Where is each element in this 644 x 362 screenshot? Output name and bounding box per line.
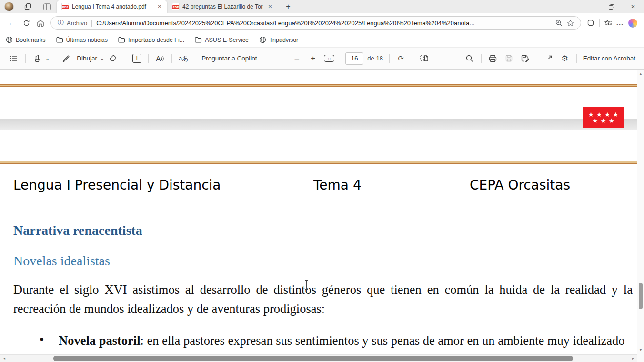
page-total-label: de 18 — [367, 55, 383, 62]
back-icon[interactable]: ← — [5, 16, 19, 30]
bookmark-label: Importado desde Fi... — [128, 37, 184, 43]
doc-paragraph: Durante el siglo XVI asistimos al desarr… — [13, 280, 633, 318]
add-text-icon[interactable]: T — [130, 51, 144, 66]
draw-dropdown-icon[interactable]: ⌄ — [100, 55, 104, 61]
page-view-icon[interactable] — [417, 51, 432, 66]
scrollbar-corner — [637, 354, 644, 362]
browser-tab[interactable]: PDF 42 preguntas El Lazarillo de Torm ✕ — [167, 0, 278, 13]
doc-bullet-item: • Novela pastoril: en ella pastores expr… — [13, 331, 634, 353]
toolbar-separator — [599, 19, 600, 27]
bookmark-folder[interactable]: ASUS E-Service — [195, 37, 249, 43]
bookmark-item[interactable]: Tripadvisor — [259, 36, 298, 43]
doc-header-center: Tema 4 — [313, 177, 362, 193]
more-menu-icon[interactable]: … — [614, 17, 625, 29]
ask-copilot-button[interactable]: Preguntar a Copilot — [200, 55, 259, 62]
page-gap — [0, 119, 637, 130]
bookmark-label: ASUS E-Service — [205, 37, 249, 43]
pdf-toolbar-right: ⚙ Editar con Acrobat — [463, 51, 637, 66]
pdf-file-icon: PDF — [172, 3, 180, 10]
tab-divider — [280, 3, 280, 10]
pdf-toolbar-left: ⌄ Dibujar ⌄ T A aあ Preguntar a Copilot — [7, 51, 259, 66]
bookmark-label: Últimas noticias — [66, 37, 108, 43]
highlighter-icon[interactable] — [30, 51, 44, 66]
scheme-label: Archivo — [67, 20, 87, 27]
save-icon[interactable] — [502, 51, 516, 66]
save-as-icon[interactable] — [518, 51, 533, 66]
page-rule-top — [0, 84, 637, 87]
pdf-toolbar-center: – + ↔ de 18 ⟳ — [290, 51, 432, 66]
tab-title: 42 preguntas El Lazarillo de Torm — [182, 3, 263, 10]
read-aloud-icon[interactable]: A — [153, 51, 167, 66]
doc-header-left: Lengua I Presencial y Distancia — [13, 177, 221, 193]
new-tab-button[interactable]: + — [282, 1, 294, 12]
url-separator — [91, 20, 92, 27]
address-right-actions: … — [585, 17, 639, 29]
pdf-content-area: Lengua I Presencial y Distancia Tema 4 C… — [0, 70, 644, 362]
rotate-icon[interactable]: ⟳ — [394, 51, 408, 66]
bookmark-label: Tripadvisor — [269, 37, 298, 43]
tab-actions-icon[interactable] — [41, 1, 53, 12]
scroll-left-icon[interactable]: ◂ — [1, 355, 8, 362]
bullet-marker: • — [40, 330, 44, 349]
bookmark-folder[interactable]: Últimas noticias — [56, 37, 108, 43]
flag-stars-row: ★ ★ ★ — [592, 118, 614, 124]
page-info-icon[interactable]: ⓘ — [58, 19, 64, 27]
pdf-file-icon: PDF — [61, 3, 69, 10]
close-tab-icon[interactable]: ✕ — [266, 3, 274, 10]
tab-bar: PDF Lengua I Tema 4 anotado.pdf ✕ PDF 42… — [0, 0, 644, 13]
address-toolbar: ← ⓘ Archivo C:/Users/Alumno/Documents/20… — [0, 13, 644, 32]
page-rule-header — [0, 161, 637, 164]
url-text[interactable]: C:/Users/Alumno/Documents/20242025%20CEP… — [96, 20, 553, 27]
edit-with-acrobat-button[interactable]: Editar con Acrobat — [581, 55, 637, 62]
translate-icon[interactable]: aあ — [176, 51, 191, 66]
highlighter-dropdown-icon[interactable]: ⌄ — [45, 55, 50, 61]
browser-tab[interactable]: PDF Lengua I Tema 4 anotado.pdf ✕ — [57, 0, 167, 13]
draw-pen-icon[interactable] — [59, 51, 73, 66]
tab-title: Lengua I Tema 4 anotado.pdf — [72, 3, 153, 10]
bookmarks-bar: Bookmarks Últimas noticias Importado des… — [0, 32, 644, 48]
favorites-bar-icon[interactable] — [603, 17, 614, 29]
vertical-scrollbar[interactable]: ▲ ▼ — [637, 70, 644, 362]
text-cursor-ibeam — [304, 280, 309, 290]
workspaces-icon[interactable] — [22, 1, 34, 12]
scroll-up-icon[interactable]: ▲ — [637, 70, 644, 77]
close-window-button[interactable]: ✕ — [622, 0, 644, 13]
zoom-out-icon[interactable]: – — [290, 51, 304, 66]
pdf-toolbar: ⌄ Dibujar ⌄ T A aあ Preguntar a Copilot – — [0, 48, 644, 70]
favorite-star-icon[interactable] — [564, 17, 576, 29]
doc-subheading: Novelas idealistas — [13, 253, 110, 269]
page-number-input[interactable] — [345, 52, 363, 65]
bullet-term: Novela pastoril — [59, 333, 141, 348]
zoom-in-icon[interactable]: + — [306, 51, 320, 66]
pdf-page: Lengua I Presencial y Distancia Tema 4 C… — [0, 70, 637, 353]
profile-avatar[interactable] — [4, 2, 14, 11]
bookmark-folder[interactable]: Importado desde Fi... — [118, 37, 184, 43]
fit-to-width-icon[interactable]: ↔ — [322, 51, 336, 66]
scroll-down-icon[interactable]: ▼ — [637, 347, 644, 353]
zoom-page-icon[interactable] — [553, 17, 564, 29]
horizontal-scroll-thumb[interactable] — [53, 356, 573, 361]
window-controls: – ✕ — [578, 0, 644, 13]
close-tab-icon[interactable]: ✕ — [156, 3, 163, 10]
extension-icon[interactable] — [585, 17, 596, 29]
restore-button[interactable] — [600, 0, 622, 13]
table-of-contents-icon[interactable] — [7, 51, 21, 66]
minimize-button[interactable]: – — [578, 0, 600, 13]
home-icon[interactable] — [33, 16, 48, 30]
doc-header-right: CEPA Orcasitas — [470, 177, 570, 193]
scroll-right-icon[interactable]: ▸ — [630, 355, 636, 362]
draw-label[interactable]: Dibujar — [75, 55, 99, 62]
print-icon[interactable] — [486, 51, 500, 66]
address-bar[interactable]: ⓘ Archivo C:/Users/Alumno/Documents/2024… — [50, 16, 581, 30]
refresh-icon[interactable] — [19, 16, 33, 30]
settings-gear-icon[interactable]: ⚙ — [558, 51, 572, 66]
bullet-text: : en ella pastores expresan sus sentimie… — [59, 333, 625, 353]
bookmark-item[interactable]: Bookmarks — [6, 36, 46, 43]
vertical-scroll-thumb[interactable] — [639, 283, 643, 309]
doc-heading: Narrativa renacentista — [13, 223, 142, 238]
copilot-icon[interactable] — [628, 19, 637, 28]
fullscreen-icon[interactable] — [542, 51, 556, 66]
horizontal-scrollbar[interactable]: ◂ ▸ — [0, 354, 637, 362]
eraser-icon[interactable] — [106, 51, 121, 66]
search-icon[interactable] — [463, 51, 477, 66]
